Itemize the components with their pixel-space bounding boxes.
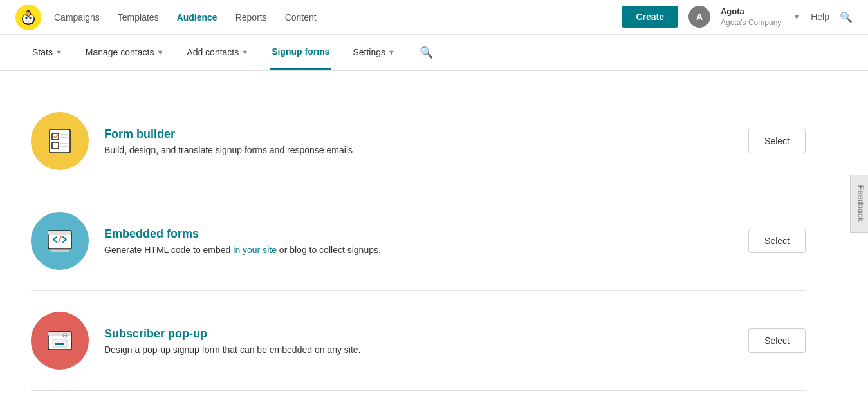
form-builder-row: Form builder Build, design, and translat… bbox=[31, 91, 806, 191]
feedback-tab[interactable]: Feedback bbox=[851, 175, 868, 233]
embedded-forms-icon bbox=[31, 212, 89, 270]
subnav-stats[interactable]: Stats ▼ bbox=[31, 35, 64, 70]
subnav-settings-label: Settings bbox=[353, 47, 385, 57]
form-builder-icon bbox=[31, 112, 89, 170]
svg-rect-20 bbox=[48, 332, 71, 336]
main-content: Form builder Build, design, and translat… bbox=[0, 71, 836, 407]
user-name: Agota bbox=[721, 6, 781, 17]
svg-point-7 bbox=[28, 10, 30, 12]
nav-templates[interactable]: Templates bbox=[118, 12, 159, 23]
form-builder-text: Form builder Build, design, and translat… bbox=[104, 128, 733, 155]
settings-arrow: ▼ bbox=[388, 48, 395, 56]
subnav-manage-contacts-label: Manage contacts bbox=[86, 47, 154, 57]
svg-rect-16 bbox=[48, 231, 71, 235]
sub-nav: Stats ▼ Manage contacts ▼ Add contacts ▼… bbox=[0, 35, 868, 71]
svg-rect-23 bbox=[55, 343, 64, 345]
subscriber-popup-svg bbox=[44, 325, 75, 356]
subscriber-popup-text: Subscriber pop-up Design a pop-up signup… bbox=[104, 327, 733, 355]
nav-campaigns[interactable]: Campaigns bbox=[54, 12, 100, 23]
subnav-search-icon[interactable]: 🔍 bbox=[420, 46, 433, 59]
embedded-forms-title: Embedded forms bbox=[104, 227, 733, 241]
mailchimp-logo bbox=[15, 5, 41, 30]
subnav-signup-forms[interactable]: Signup forms bbox=[270, 35, 331, 70]
manage-contacts-arrow: ▼ bbox=[156, 48, 163, 56]
subscriber-popup-desc: Design a pop-up signup form that can be … bbox=[104, 345, 733, 355]
form-builder-svg bbox=[44, 126, 75, 156]
embedded-forms-svg bbox=[44, 225, 75, 256]
embedded-forms-desc: Generate HTML code to embed in your site… bbox=[104, 245, 733, 255]
subnav-add-contacts-label: Add contacts bbox=[187, 47, 239, 57]
user-company: Agota's Company bbox=[721, 17, 781, 28]
avatar: A bbox=[688, 6, 710, 28]
search-icon[interactable]: 🔍 bbox=[840, 11, 853, 23]
nav-right: Create A Agota Agota's Company ▼ Help 🔍 bbox=[622, 6, 853, 28]
nav-links: Campaigns Templates Audience Reports Con… bbox=[54, 12, 622, 23]
user-info: Agota Agota's Company bbox=[721, 6, 781, 28]
create-button[interactable]: Create bbox=[622, 6, 678, 28]
nav-reports[interactable]: Reports bbox=[235, 12, 267, 23]
subnav-settings[interactable]: Settings ▼ bbox=[351, 35, 396, 70]
help-link[interactable]: Help bbox=[811, 12, 829, 22]
subnav-add-contacts[interactable]: Add contacts ▼ bbox=[185, 35, 250, 70]
embedded-forms-select-button[interactable]: Select bbox=[748, 229, 806, 253]
svg-rect-18 bbox=[51, 250, 69, 252]
user-dropdown-arrow[interactable]: ▼ bbox=[793, 12, 800, 21]
subnav-stats-label: Stats bbox=[32, 47, 53, 57]
nav-content[interactable]: Content bbox=[285, 12, 317, 23]
svg-rect-12 bbox=[52, 142, 59, 149]
nav-audience[interactable]: Audience bbox=[177, 12, 217, 23]
stats-arrow: ▼ bbox=[55, 48, 62, 56]
svg-point-3 bbox=[26, 17, 28, 19]
subscriber-popup-row: Subscriber pop-up Design a pop-up signup… bbox=[31, 291, 806, 391]
subscriber-popup-title: Subscriber pop-up bbox=[104, 327, 733, 341]
form-builder-desc: Build, design, and translate signup form… bbox=[104, 145, 733, 155]
form-builder-select-button[interactable]: Select bbox=[748, 129, 806, 153]
subscriber-popup-select-button[interactable]: Select bbox=[748, 328, 806, 353]
subnav-manage-contacts[interactable]: Manage contacts ▼ bbox=[84, 35, 165, 70]
subscriber-popup-icon bbox=[31, 312, 89, 370]
add-contacts-arrow: ▼ bbox=[241, 48, 248, 56]
embedded-forms-text: Embedded forms Generate HTML code to emb… bbox=[104, 227, 733, 255]
embedded-forms-link1: in your site bbox=[233, 245, 277, 255]
embedded-forms-row: Embedded forms Generate HTML code to emb… bbox=[31, 191, 806, 291]
svg-point-4 bbox=[30, 17, 32, 19]
subnav-signup-forms-label: Signup forms bbox=[272, 46, 329, 57]
form-builder-title: Form builder bbox=[104, 128, 733, 141]
